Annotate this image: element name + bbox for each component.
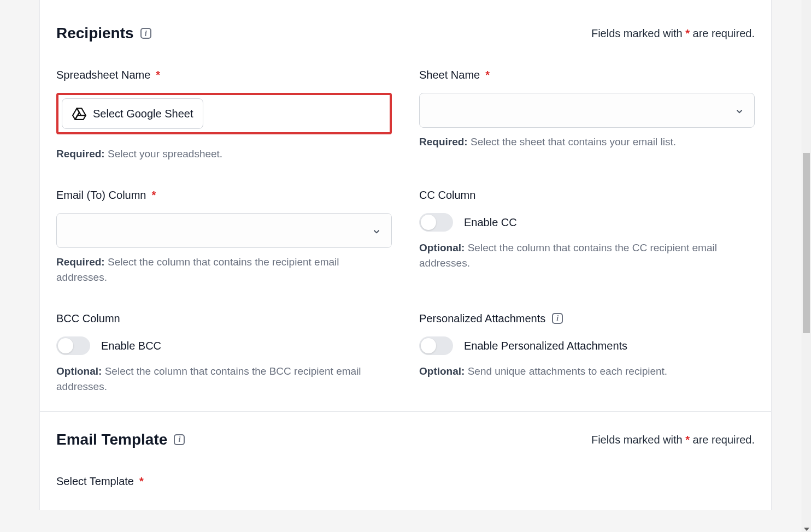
email-template-header: Email Template i Fields marked with * ar…	[56, 428, 755, 451]
enable-attachments-toggle[interactable]	[419, 336, 453, 355]
cc-column-helper: Optional: Select the column that contain…	[419, 240, 755, 271]
attachments-label: Personalized Attachments i	[419, 310, 755, 327]
email-column-field: Email (To) Column * Required: Select the…	[56, 187, 392, 286]
asterisk-icon: *	[685, 434, 690, 446]
select-sheet-highlight: Select Google Sheet	[56, 93, 392, 134]
spreadsheet-name-label: Spreadsheet Name *	[56, 67, 392, 83]
enable-bcc-toggle[interactable]	[56, 336, 90, 355]
attachments-field: Personalized Attachments i Enable Person…	[419, 310, 755, 395]
asterisk-icon: *	[156, 67, 160, 83]
asterisk-icon: *	[485, 67, 490, 83]
bcc-column-label: BCC Column	[56, 310, 392, 327]
select-google-sheet-label: Select Google Sheet	[93, 105, 193, 122]
enable-cc-toggle[interactable]	[419, 213, 453, 232]
select-template-field: Select Template *	[56, 473, 755, 499]
enable-attachments-label: Enable Personalized Attachments	[464, 338, 627, 354]
info-icon[interactable]: i	[140, 28, 151, 39]
bcc-column-helper: Optional: Select the column that contain…	[56, 364, 392, 395]
recipients-title: Recipients i	[56, 22, 151, 45]
attachments-helper: Optional: Send unique attachments to eac…	[419, 364, 755, 380]
enable-cc-label: Enable CC	[464, 214, 517, 230]
email-column-select[interactable]	[56, 213, 392, 248]
enable-bcc-label: Enable BCC	[101, 338, 161, 354]
spreadsheet-helper: Required: Select your spreadsheet.	[56, 146, 392, 162]
asterisk-icon: *	[151, 187, 156, 203]
spreadsheet-name-field: Spreadsheet Name * Select Google Sheet	[56, 67, 392, 162]
required-note: Fields marked with * are required.	[591, 25, 755, 42]
toggle-knob	[58, 338, 73, 353]
sheet-name-select[interactable]	[419, 93, 755, 128]
required-note: Fields marked with * are required.	[591, 431, 755, 448]
toggle-knob	[421, 338, 436, 353]
chevron-down-icon	[734, 106, 743, 115]
recipients-header: Recipients i Fields marked with * are re…	[56, 22, 755, 45]
sheet-name-label: Sheet Name *	[419, 67, 755, 83]
asterisk-icon: *	[139, 473, 144, 489]
chevron-down-icon	[372, 226, 380, 235]
cc-column-label: CC Column	[419, 187, 755, 203]
select-template-label: Select Template *	[56, 473, 755, 489]
recipients-title-text: Recipients	[56, 22, 134, 45]
email-template-title: Email Template i	[56, 428, 185, 451]
email-template-title-text: Email Template	[56, 428, 167, 451]
toggle-knob	[421, 215, 436, 230]
info-icon[interactable]: i	[552, 313, 563, 324]
recipients-section: Recipients i Fields marked with * are re…	[40, 0, 771, 412]
info-icon[interactable]: i	[174, 434, 185, 445]
scrollbar-thumb[interactable]	[803, 153, 810, 333]
select-google-sheet-button[interactable]: Select Google Sheet	[62, 98, 203, 129]
sheet-name-field: Sheet Name * Required: Select the sheet …	[419, 67, 755, 162]
scrollbar-track[interactable]	[802, 0, 811, 510]
bcc-column-field: BCC Column Enable BCC Optional: Select t…	[56, 310, 392, 395]
cc-column-field: CC Column Enable CC Optional: Select the…	[419, 187, 755, 286]
email-column-label: Email (To) Column *	[56, 187, 392, 203]
asterisk-icon: *	[685, 27, 690, 39]
google-drive-icon	[72, 107, 86, 121]
sheet-name-helper: Required: Select the sheet that contains…	[419, 134, 755, 150]
email-template-section: Email Template i Fields marked with * ar…	[40, 412, 771, 510]
email-column-helper: Required: Select the column that contain…	[56, 255, 392, 286]
